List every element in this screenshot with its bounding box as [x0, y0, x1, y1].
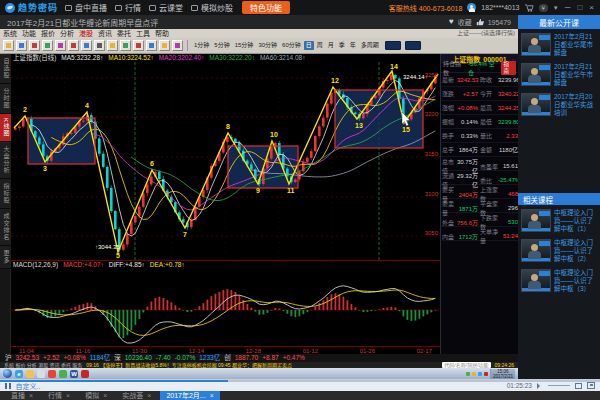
- top-menu-云课堂[interactable]: 云课堂: [149, 2, 183, 13]
- word-icon[interactable]: W: [70, 370, 78, 378]
- favorite-label[interactable]: 收藏: [458, 17, 472, 27]
- svg-text:14: 14: [390, 63, 398, 70]
- chrome-icon[interactable]: [48, 370, 56, 378]
- terminal-menu-工具[interactable]: 工具: [136, 29, 150, 38]
- left-tab-自选股[interactable]: 自选股: [0, 54, 11, 84]
- toolbar-icon[interactable]: [172, 40, 183, 51]
- terminal-menu-系统[interactable]: 系统: [3, 29, 17, 38]
- left-tab-成交排名[interactable]: 成交排名: [0, 209, 11, 246]
- feature-button[interactable]: 特色功能: [242, 1, 290, 14]
- top-menu-模拟炒股[interactable]: 模拟炒股: [191, 2, 233, 13]
- tab-close-icon[interactable]: ×: [66, 391, 70, 400]
- tab-close-icon[interactable]: ×: [103, 391, 107, 400]
- terminal-menu-委托[interactable]: 委托: [117, 29, 131, 38]
- chevron-down-icon[interactable]: ▼: [553, 5, 559, 11]
- index-summary-value: 1184亿: [90, 354, 110, 362]
- toolbar-icon[interactable]: [107, 40, 118, 51]
- top-menu-行情[interactable]: 行情: [115, 2, 141, 13]
- maximize-button[interactable]: □: [576, 3, 583, 13]
- tab-close-icon[interactable]: ×: [210, 391, 214, 400]
- course-list-item[interactable]: 2017年2月21日都业华午市解盘: [518, 59, 600, 89]
- period-年[interactable]: 年: [348, 41, 358, 50]
- period-15分钟[interactable]: 15分钟: [233, 41, 256, 50]
- terminal-menu-报价[interactable]: 报价: [41, 29, 55, 38]
- period-多周期[interactable]: 多周期: [359, 41, 381, 50]
- toolbar-icon[interactable]: [42, 40, 53, 51]
- course-title: 2017年2月21日都业华午市解盘: [554, 63, 597, 87]
- user-avatar[interactable]: [467, 3, 476, 12]
- bottom-tab-2017年2月...[interactable]: 2017年2月...×: [160, 391, 219, 400]
- toolbar-icon[interactable]: [81, 40, 92, 51]
- toolbar-icon[interactable]: [159, 40, 170, 51]
- volume-icon[interactable]: [537, 383, 543, 389]
- period-周[interactable]: 周: [315, 41, 325, 50]
- toolbar-icon[interactable]: [16, 40, 27, 51]
- ie-icon[interactable]: e: [15, 370, 23, 378]
- quote-row: 涨幅+0.08%最高3244.25: [441, 101, 518, 115]
- toolbar-icon[interactable]: [146, 40, 157, 51]
- tab-close-icon[interactable]: ×: [147, 391, 151, 400]
- stop-icon[interactable]: [81, 370, 89, 378]
- left-tab-指标股[interactable]: 指标股: [0, 179, 11, 209]
- player-quality-label[interactable]: 自定义..: [16, 381, 41, 391]
- bottom-tab-实战荟[interactable]: 实战荟×: [116, 391, 157, 400]
- course-list-item[interactable]: 2017年2月21日都业华尾市解盘: [518, 29, 600, 59]
- bottom-tab-直播[interactable]: 直播×: [5, 391, 39, 400]
- period-5分钟[interactable]: 5分钟: [212, 41, 231, 50]
- toolbar-icon[interactable]: [29, 40, 40, 51]
- toolbar-icon[interactable]: [94, 40, 105, 51]
- terminal-menu-分析[interactable]: 分析: [60, 29, 74, 38]
- thumbs-up-icon[interactable]: [476, 18, 484, 26]
- volume-slider[interactable]: [548, 385, 570, 387]
- tab-close-icon[interactable]: ×: [29, 391, 33, 400]
- svg-text:3050: 3050: [425, 230, 439, 236]
- course-list-item[interactable]: 中枢理论入门篇——认识了解中枢（1）: [518, 205, 600, 235]
- close-button[interactable]: ×: [588, 3, 595, 13]
- tray-icon: [478, 372, 482, 376]
- guide-button[interactable]: 指南: [501, 61, 516, 75]
- user-phone[interactable]: 182****4013: [481, 4, 519, 11]
- bottom-tab-模拟[interactable]: 模拟×: [79, 391, 113, 400]
- video-area[interactable]: 系统功能报价分析港股资讯委托工具帮助 上证——(请选择行情) 1分钟5分钟15分…: [0, 29, 518, 379]
- top-menu-盘中直播[interactable]: 盘中直播: [65, 2, 107, 13]
- mini-quote-box[interactable]: [405, 41, 421, 50]
- left-tab-分时图[interactable]: 分时图: [0, 84, 11, 114]
- terminal-menu-帮助[interactable]: 帮助: [155, 29, 169, 38]
- toolbar-icon[interactable]: [120, 40, 131, 51]
- course-list-item[interactable]: 中枢理论入门篇——认识了解中枢（3）: [518, 265, 600, 295]
- fullscreen-icon[interactable]: [575, 383, 582, 389]
- ma-value: MA20:3202.40↑: [159, 54, 205, 62]
- course-list-item[interactable]: 中枢理论入门篇——认识了解中枢（2）: [518, 235, 600, 265]
- terminal-menu-港股[interactable]: 港股: [79, 29, 93, 38]
- toolbar-icon[interactable]: [133, 40, 144, 51]
- menu-label: 盘中直播: [75, 2, 107, 13]
- bottom-tab-行情[interactable]: 行情×: [42, 391, 76, 400]
- minimize-button[interactable]: ─: [564, 3, 572, 13]
- period-30分钟[interactable]: 30分钟: [256, 41, 279, 50]
- period-日[interactable]: 日: [304, 41, 314, 50]
- folder-icon[interactable]: [26, 370, 34, 378]
- period-1分钟[interactable]: 1分钟: [192, 41, 211, 50]
- paint-icon[interactable]: [37, 370, 45, 378]
- toolbar-icon[interactable]: [68, 40, 79, 51]
- left-tab-更多[interactable]: 更多: [0, 246, 11, 269]
- toolbar-icon[interactable]: [3, 40, 14, 51]
- gallery-icon[interactable]: [59, 370, 67, 378]
- mini-quote-box[interactable]: [385, 41, 401, 50]
- coins-icon[interactable]: ¥: [539, 4, 548, 12]
- terminal-menu-功能[interactable]: 功能: [22, 29, 36, 38]
- video-progress-bar[interactable]: [0, 380, 600, 382]
- tray-icon: [472, 372, 476, 376]
- period-60分钟[interactable]: 60分钟: [280, 41, 303, 50]
- pause-button[interactable]: [5, 383, 11, 389]
- period-季[interactable]: 季: [337, 41, 347, 50]
- period-月[interactable]: 月: [326, 41, 336, 50]
- popout-icon[interactable]: [587, 382, 595, 389]
- terminal-menu-资讯[interactable]: 资讯: [98, 29, 112, 38]
- favorite-icon[interactable]: ♥: [449, 18, 454, 26]
- left-tab-大盘分析[interactable]: 大盘分析: [0, 142, 11, 179]
- toolbar-icon[interactable]: [55, 40, 66, 51]
- left-tab-K线图[interactable]: K线图: [0, 114, 11, 142]
- cart-icon[interactable]: [525, 4, 534, 12]
- course-list-item[interactable]: 2017年2月20日都业华实战培训: [518, 89, 600, 119]
